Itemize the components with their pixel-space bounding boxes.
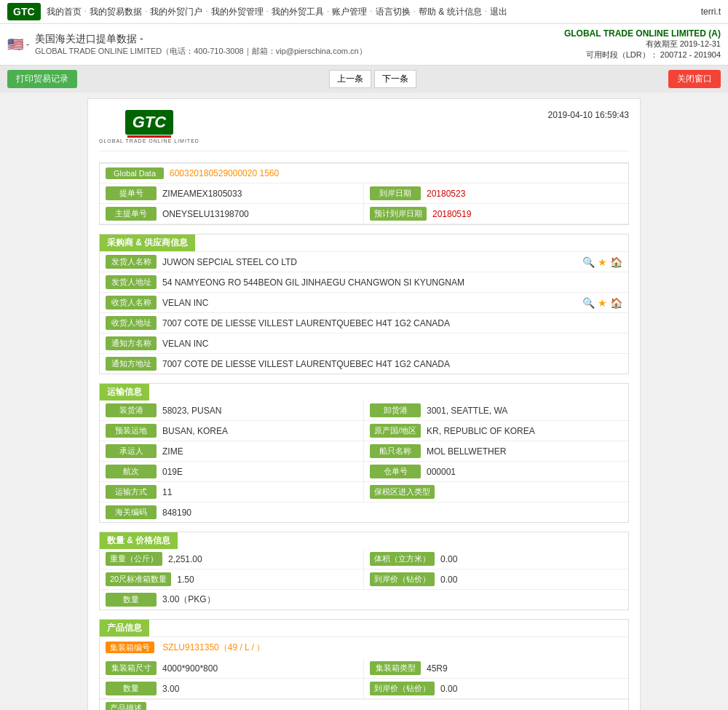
nav-lang[interactable]: 语言切换 (376, 6, 411, 18)
carrier-value: ZIME (162, 446, 183, 457)
supplier-section: 采购商 & 供应商信息 发货人名称 JUWON SEPCIAL STEEL CO… (99, 234, 629, 374)
bill-info-grid: 提单号 ZIMEAMEX1805033 到岸日期 20180523 主提单号 O… (100, 183, 628, 224)
company-info: GLOBAL TRADE ONLINE LIMITED（电话：400-710-3… (35, 46, 367, 57)
valid-date: 2019-12-31 (680, 39, 721, 48)
close-button[interactable]: 关闭窗口 (668, 70, 721, 88)
container-no-label: 仓单号 (370, 465, 421, 478)
consignee-icons: 🔍 ★ 🏠 (582, 297, 622, 309)
nav-foreign-mgr[interactable]: 我的外贸管理 (211, 6, 264, 18)
qty-value: 3.00（PKG） (162, 593, 215, 606)
transport-section-title: 运输信息 (100, 384, 149, 401)
star-icon-2[interactable]: ★ (598, 297, 607, 309)
vessel-value: MOL BELLWETHER (427, 446, 506, 457)
voyage-cell: 航次 019E (100, 462, 364, 482)
nav-foreign-tool[interactable]: 我的外贸工具 (272, 6, 324, 18)
shipper-value: JUWON SEPCIAL STEEL CO LTD (162, 257, 297, 267)
nav-export-portal[interactable]: 我的外贸门户 (150, 6, 202, 18)
global-data-row: Global Data 600320180529000020 1560 (100, 163, 628, 183)
header-right: GLOBAL TRADE ONLINE LIMITED (A) 有效期至 201… (564, 28, 721, 60)
star-icon[interactable]: ★ (598, 256, 607, 268)
global-data-label: Global Data (106, 167, 164, 179)
unloading-port-cell: 卸货港 3001, SEATTLE, WA (364, 401, 628, 421)
transport-mode-value: 11 (162, 487, 172, 497)
container20-label: 20尺标准箱数量 (106, 572, 171, 586)
quantity-grid: 重量（公斤） 2,251.00 体积（立方米） 0.00 20尺标准箱数量 1.… (100, 549, 628, 610)
nav-home[interactable]: 我的首页 (47, 6, 82, 18)
global-data-section: Global Data 600320180529000020 1560 提单号 … (99, 162, 629, 225)
nav-account-mgr[interactable]: 账户管理 (332, 6, 367, 18)
est-arrival-value: 20180519 (432, 209, 471, 219)
nav-trade-data[interactable]: 我的贸易数据 (90, 6, 142, 18)
shipper-label: 发货人名称 (106, 255, 157, 269)
master-bill-label: 主提单号 (106, 207, 157, 221)
product-section: 产品信息 集装箱编号 SZLU9131350（49 / L / ） 集装箱尺寸 … (99, 619, 629, 710)
header-title-area: 美国海关进口提单数据 - GLOBAL TRADE ONLINE LIMITED… (35, 33, 367, 57)
loading-port-value: 58023, PUSAN (162, 406, 221, 416)
master-bill-value: ONEYSELU13198700 (162, 209, 249, 219)
weight-cell: 重量（公斤） 2,251.00 (100, 549, 364, 569)
container-size-cell: 集装箱尺寸 4000*900*800 (100, 658, 364, 679)
shipper-address-row: 发货人地址 54 NAMYEONG RO 544BEON GIL JINHAEG… (100, 272, 628, 292)
nav-help[interactable]: 帮助 & 统计信息 (419, 6, 482, 18)
voyage-value: 019E (162, 467, 183, 477)
loading-port-cell: 装货港 58023, PUSAN (100, 401, 364, 421)
valid-info: 有效期至 2019-12-31 (564, 39, 721, 50)
arrival-date-label: 到岸日期 (370, 186, 421, 200)
page-title: 美国海关进口提单数据 - (35, 33, 367, 46)
bill-no-value: ZIMEAMEX1805033 (162, 189, 242, 199)
global-data-value: 600320180529000020 1560 (170, 168, 279, 178)
volume-cell: 体积（立方米） 0.00 (364, 549, 628, 569)
consignee-address-row: 收货人地址 7007 COTE DE LIESSE VILLEST LAUREN… (100, 312, 628, 333)
weight-value: 2,251.00 (168, 554, 202, 564)
next-button[interactable]: 下一条 (374, 70, 416, 88)
doc-logo-text: GTC (132, 113, 166, 131)
nav-logout[interactable]: 退出 (490, 6, 507, 18)
notify-label: 通知方名称 (106, 336, 157, 350)
container-no-value-product: SZLU9131350（49 / L / ） (162, 642, 265, 652)
transport-mode-cell: 运输方式 11 (100, 482, 364, 502)
top-action-bar: 打印贸易记录 上一条 下一条 关闭窗口 (0, 66, 728, 92)
consignee-name-row: 收货人名称 VELAN INC 🔍 ★ 🏠 (100, 292, 628, 312)
notify-name-row: 通知方名称 VELAN INC (100, 333, 628, 353)
arrival-price-value: 0.00 (440, 575, 457, 585)
search-icon-2[interactable]: 🔍 (582, 297, 595, 309)
notify-address-row: 通知方地址 7007 COTE DE LIESSE VILLEST LAUREN… (100, 353, 628, 374)
doc-datetime: 2019-04-10 16:59:43 (548, 110, 629, 120)
user-label: terri.t (701, 7, 721, 17)
unloading-port-value: 3001, SEATTLE, WA (427, 406, 507, 416)
home-icon-2[interactable]: 🏠 (610, 297, 622, 309)
top-nav: GTC 我的首页 · 我的贸易数据 · 我的外贸门户 · 我的外贸管理 · 我的… (0, 0, 728, 24)
arrival-date-value: 20180523 (427, 189, 465, 199)
notify-address-label: 通知方地址 (106, 357, 157, 371)
company-name-right: GLOBAL TRADE ONLINE LIMITED (A) (564, 28, 721, 39)
volume-value: 0.00 (440, 554, 457, 564)
product-grid: 集装箱尺寸 4000*900*800 集装箱类型 45R9 数量 3.00 到岸… (100, 658, 628, 699)
pre-loading-value: BUSAN, KOREA (162, 426, 228, 436)
consignee-label: 收货人名称 (106, 296, 157, 309)
prev-button[interactable]: 上一条 (329, 70, 371, 88)
arrival-price-label: 到岸价（钻价） (370, 572, 435, 586)
consignee-address-value: 7007 COTE DE LIESSE VILLEST LAURENTQUEBE… (162, 318, 450, 328)
product-price-value: 0.00 (440, 684, 457, 694)
transport-mode-label: 运输方式 (106, 485, 157, 499)
logo-area: GTC (7, 3, 41, 20)
volume-label: 体积（立方米） (370, 552, 435, 566)
transport-grid: 装货港 58023, PUSAN 卸货港 3001, SEATTLE, WA 预… (100, 401, 628, 522)
unloading-port-label: 卸货港 (370, 403, 421, 417)
doc-logo-sub: GLOBAL TRADE ONLINE LIMITED (99, 138, 199, 143)
home-icon[interactable]: 🏠 (610, 256, 622, 268)
time-value: 200712 - 201904 (660, 50, 721, 59)
weight-label: 重量（公斤） (106, 552, 162, 566)
pre-loading-cell: 预装运地 BUSAN, KOREA (100, 421, 364, 441)
header-bar: 🇺🇸 - 美国海关进口提单数据 - GLOBAL TRADE ONLINE LI… (0, 24, 728, 66)
product-price-cell: 到岸价（钻价） 0.00 (364, 679, 628, 699)
container-no-cell: 仓单号 000001 (364, 462, 628, 482)
print-button[interactable]: 打印贸易记录 (7, 70, 77, 88)
shipper-name-row: 发货人名称 JUWON SEPCIAL STEEL CO LTD 🔍 ★ 🏠 (100, 251, 628, 272)
origin-country-cell: 原产国/地区 KR, REPUBLIC OF KOREA (364, 421, 628, 441)
est-arrival-label: 预计到岸日期 (370, 207, 427, 221)
customs-code-value: 848190 (162, 508, 191, 518)
search-icon[interactable]: 🔍 (582, 256, 595, 268)
container-no-label-product: 集装箱编号 (106, 642, 154, 653)
arrival-price-cell: 到岸价（钻价） 0.00 (364, 569, 628, 590)
